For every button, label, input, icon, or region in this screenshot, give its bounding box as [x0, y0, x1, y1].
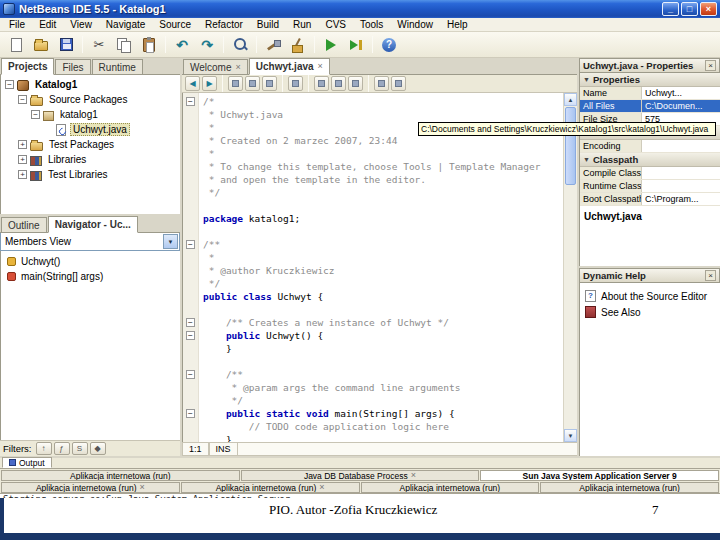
open-project-button[interactable]	[29, 34, 53, 56]
scroll-down-icon[interactable]: ▼	[564, 429, 577, 442]
tree-node-katalog1[interactable]: −katalog1	[1, 107, 180, 122]
property-row-encoding[interactable]: Encoding	[580, 140, 720, 153]
section-header-classpath[interactable]: ▼Classpath	[580, 153, 720, 167]
tree-node-source-packages[interactable]: −Source Packages	[1, 92, 180, 107]
paste-button[interactable]	[137, 34, 161, 56]
output-tab-aplikacja-internetowa-run[interactable]: Aplikacja internetowa (run)	[361, 482, 540, 493]
next-error-button[interactable]	[391, 76, 406, 91]
help-item-see-also[interactable]: See Also	[580, 304, 720, 320]
save-all-button[interactable]	[54, 34, 78, 56]
members-view-select[interactable]: Members View ▼	[0, 233, 180, 251]
scrollbar-thumb[interactable]	[565, 107, 576, 185]
fold-collapse-icon[interactable]: −	[186, 240, 195, 249]
fold-collapse-icon[interactable]: −	[186, 318, 195, 327]
menu-item-build[interactable]: Build	[250, 18, 286, 32]
tab-runtime[interactable]: Runtime	[92, 59, 143, 74]
close-tab-icon[interactable]: ×	[236, 63, 241, 72]
toggle-highlight-button[interactable]	[288, 76, 303, 91]
fold-collapse-icon[interactable]: −	[186, 409, 195, 418]
close-icon[interactable]: ×	[705, 270, 716, 281]
menu-item-view[interactable]: View	[63, 18, 99, 32]
menu-item-refactor[interactable]: Refactor	[198, 18, 250, 32]
editor-scrollbar[interactable]: ▲ ▼	[563, 93, 577, 442]
show-public-filter-button[interactable]: ◆	[90, 442, 106, 455]
output-tab-aplikacja-internetowa-run[interactable]: Aplikacja internetowa (run)×	[181, 482, 360, 493]
tree-node-test-packages[interactable]: +Test Packages	[1, 137, 180, 152]
close-tab-icon[interactable]: ×	[318, 62, 323, 71]
close-tab-icon[interactable]: ×	[411, 471, 416, 480]
new-file-button[interactable]	[4, 34, 28, 56]
tab-navigator-uc[interactable]: Navigator - Uc...	[48, 216, 138, 233]
forward-button[interactable]: ▶	[202, 76, 217, 91]
tab-files[interactable]: Files	[55, 59, 90, 74]
menu-item-cvs[interactable]: CVS	[318, 18, 353, 32]
fold-collapse-icon[interactable]: −	[186, 97, 195, 106]
show-static-filter-button[interactable]: S	[72, 442, 88, 455]
scroll-up-icon[interactable]: ▲	[564, 93, 577, 106]
output-tab-aplikacja-internetowa-run[interactable]: Aplikacja internetowa (run)	[540, 482, 719, 493]
previous-bookmark-button[interactable]	[314, 76, 329, 91]
member-main-string-args[interactable]: main(String[] args)	[1, 269, 180, 284]
next-bookmark-button[interactable]	[331, 76, 346, 91]
scrollbar-track[interactable]	[564, 186, 577, 429]
help-button[interactable]	[377, 34, 401, 56]
run-button[interactable]	[319, 34, 343, 56]
title-bar[interactable]: NetBeans IDE 5.5 - Katalog1 _ □ ×	[0, 0, 720, 18]
collapse-icon[interactable]: −	[31, 110, 40, 119]
menu-item-source[interactable]: Source	[152, 18, 198, 32]
property-row-compile-classpath[interactable]: Compile Classpath	[580, 167, 720, 180]
output-tab-aplikacja-internetowa-run[interactable]: Aplikacja internetowa (run)×	[1, 482, 180, 493]
cut-button[interactable]	[87, 34, 111, 56]
tab-outline[interactable]: Outline	[1, 217, 47, 232]
property-row-boot-classpath[interactable]: Boot ClasspathC:\Program...	[580, 193, 720, 206]
close-button[interactable]: ×	[700, 2, 717, 16]
menu-item-window[interactable]: Window	[390, 18, 440, 32]
output-tab-aplikacja-internetowa-run[interactable]: Aplikacja internetowa (run)	[1, 470, 240, 481]
close-tab-icon[interactable]: ×	[140, 483, 145, 492]
toggle-bookmark-button[interactable]	[348, 76, 363, 91]
redo-button[interactable]	[195, 34, 219, 56]
expand-icon[interactable]: +	[18, 155, 27, 164]
undo-button[interactable]	[170, 34, 194, 56]
tree-node-libraries[interactable]: +Libraries	[1, 152, 180, 167]
properties-title-bar[interactable]: Uchwyt.java - Properties ×	[579, 58, 720, 73]
show-inherited-filter-button[interactable]: ↑	[36, 442, 52, 455]
build-button[interactable]	[261, 34, 285, 56]
tree-node-uchwyt-java[interactable]: Uchwyt.java	[1, 122, 180, 137]
collapse-icon[interactable]: −	[18, 95, 27, 104]
tab-welcome[interactable]: Welcome×	[183, 59, 248, 74]
menu-item-edit[interactable]: Edit	[32, 18, 63, 32]
output-tab-sun-java-system-application-server-9[interactable]: Sun Java System Application Server 9	[480, 470, 719, 481]
previous-error-button[interactable]	[374, 76, 389, 91]
find-previous-button[interactable]	[262, 76, 277, 91]
tree-node-test-libraries[interactable]: +Test Libraries	[1, 167, 180, 182]
code-editor[interactable]: /*− * Uchwyt.java * * Created on 2 marze…	[183, 93, 563, 442]
expand-icon[interactable]: +	[18, 140, 27, 149]
section-header-properties[interactable]: ▼Properties	[580, 73, 720, 87]
show-fields-filter-button[interactable]: ƒ	[54, 442, 70, 455]
menu-item-navigate[interactable]: Navigate	[99, 18, 152, 32]
chevron-down-icon[interactable]: ▼	[163, 234, 178, 249]
property-row-all-files[interactable]: All FilesC:\Documen...	[580, 100, 720, 113]
find-button[interactable]	[228, 34, 252, 56]
clean-button[interactable]	[286, 34, 310, 56]
fold-collapse-icon[interactable]: −	[186, 370, 195, 379]
expand-icon[interactable]: +	[18, 170, 27, 179]
output-tab-java-db-database-process[interactable]: Java DB Database Process×	[241, 470, 480, 481]
minimize-button[interactable]: _	[662, 2, 679, 16]
menu-item-tools[interactable]: Tools	[353, 18, 390, 32]
dynamic-help-title-bar[interactable]: Dynamic Help ×	[579, 268, 720, 283]
tab-projects[interactable]: Projects	[1, 58, 54, 75]
debug-button[interactable]	[344, 34, 368, 56]
property-row-name[interactable]: NameUchwyt...	[580, 87, 720, 100]
find-selection-button[interactable]	[228, 76, 243, 91]
output-window-tab[interactable]: Output	[2, 457, 52, 468]
collapse-icon[interactable]: −	[5, 80, 14, 89]
maximize-button[interactable]: □	[681, 2, 698, 16]
menu-item-file[interactable]: File	[2, 18, 32, 32]
fold-collapse-icon[interactable]: −	[186, 331, 195, 340]
member-uchwyt[interactable]: Uchwyt()	[1, 254, 180, 269]
find-next-button[interactable]	[245, 76, 260, 91]
menu-item-run[interactable]: Run	[286, 18, 318, 32]
tree-node-katalog1[interactable]: −Katalog1	[1, 77, 180, 92]
